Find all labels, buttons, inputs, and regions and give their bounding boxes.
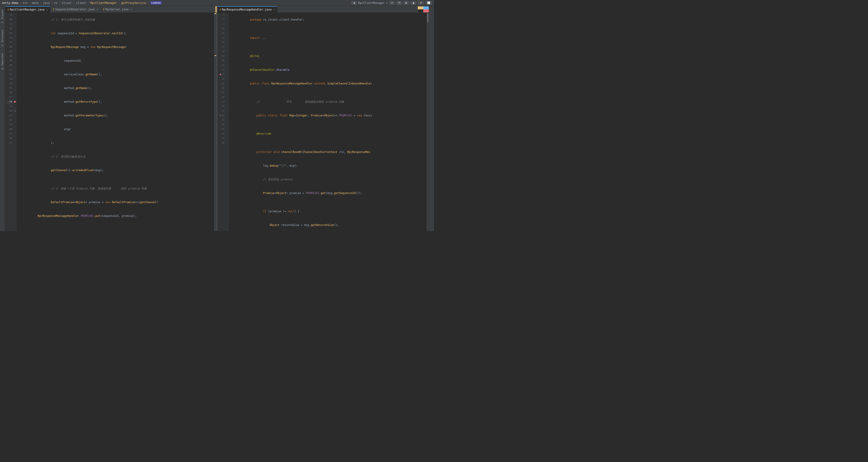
build-button[interactable]: ⚒: [396, 1, 402, 5]
rcode-3: import ...: [230, 31, 425, 45]
tab-java-icon3: J: [103, 8, 104, 11]
left-editor-pane: 39 40 41 42 43 44 45 46 47 48 49 50 51 5…: [5, 13, 217, 231]
sidebar-favorites-label[interactable]: 2: Favorites: [1, 53, 4, 70]
rcode-26: Promise<Object> promise = PROMISES.get(m…: [230, 186, 425, 200]
code-line-39: // 1. 将方法调用转换为 消息对象: [18, 13, 213, 27]
tab-label3: RpcServer.java: [105, 8, 128, 11]
tab-close-rpcclientmanager[interactable]: ×: [46, 8, 48, 11]
code-line-46: method.getParameterTypes(),: [18, 109, 213, 122]
gutter-warning-2: [215, 55, 216, 56]
rcode-27: [230, 200, 425, 204]
right-tab-bar: J RpcResponseMessageHandler.java ×: [217, 6, 429, 12]
right-scroll-thumb[interactable]: [427, 13, 429, 22]
rcode-25: // 拿到空的 promise: [230, 172, 425, 186]
sidebar-structure-label[interactable]: 2: Structure: [1, 30, 4, 46]
tab-rpcclientmanager[interactable]: J RpcClientManager.java ×: [5, 6, 50, 12]
code-line-49: // 2. 将消息对象发送出去: [18, 150, 213, 163]
layout-button[interactable]: ⬜: [425, 1, 432, 5]
rcode-17: [230, 90, 425, 95]
sidebar-project-label[interactable]: 1: Project: [1, 9, 4, 23]
editors-container: J RpcClientManager.java × J SequenceIdGe…: [5, 6, 429, 231]
code-line-54: RpcResponseMessageHandler.PROMISES.put(s…: [18, 209, 213, 223]
rcode-21: @Override: [230, 127, 425, 141]
settings-button[interactable]: ⚙: [418, 1, 424, 5]
code-line-45: method.getReturnType(),: [18, 95, 213, 109]
run-button[interactable]: ▶: [404, 1, 409, 5]
gutter-circle: [14, 110, 16, 111]
left-pane-gutter-bar: [214, 13, 217, 231]
right-scrollbar[interactable]: [427, 13, 429, 231]
swatch-red: [423, 9, 429, 12]
breadcrumb-java[interactable]: java: [43, 1, 50, 5]
code-line-53: DefaultPromise<Object> promise = new Def…: [18, 195, 213, 209]
right-editor-pane: 1 2 3 13 14 15 16 17 18 19 20 21 22 23: [217, 13, 429, 231]
breadcrumb-client[interactable]: client: [76, 1, 86, 5]
code-line-52: // 3. 准备一个空 Promise 对象，来接收结果 指定 promise …: [18, 182, 213, 195]
tab-rpcresponsemessagehandler[interactable]: J RpcResponseMessageHandler.java ×: [217, 6, 277, 12]
right-gutter: [225, 13, 229, 231]
rcode-20: [230, 122, 425, 127]
breadcrumb-method[interactable]: getProxyService: [121, 1, 146, 5]
code-line-43: serviceClass.getName(),: [18, 68, 213, 81]
breadcrumb-src[interactable]: src: [23, 1, 28, 5]
breadcrumb-class[interactable]: RpcClientManager: [90, 1, 117, 5]
code-line-56: // 4. 等待 promise 结果: [18, 227, 213, 231]
tab-java-icon4: J: [219, 8, 221, 11]
tab-close-rpcserver[interactable]: ×: [130, 8, 132, 11]
tab-close-sequenceid[interactable]: ×: [97, 8, 98, 11]
tab-rpcserver[interactable]: J RpcServer.java ×: [100, 6, 134, 12]
right-breakpoint: [220, 74, 221, 75]
swatch-dark: [418, 9, 423, 12]
rcode-23: protected void channelRead0(ChannelHandl…: [230, 145, 425, 159]
rcode-13: [230, 45, 425, 49]
tab-close-rpcresponse[interactable]: ×: [273, 8, 275, 11]
breadcrumb-main[interactable]: main: [32, 1, 39, 5]
back-button[interactable]: ◀: [351, 1, 357, 5]
code-line-51: [18, 177, 213, 182]
swatch-yellow: [418, 6, 423, 9]
gutter-warning-1: [215, 13, 216, 14]
rcode-24: log.debug("{}", msg);: [230, 159, 425, 172]
right-code-content[interactable]: package cn.itcast.client.handler; import…: [229, 13, 427, 231]
breadcrumb-itcast[interactable]: itcast: [62, 1, 71, 5]
rcode-29: Object returnValue = msg.getReturnValue(…: [230, 218, 425, 231]
rcode-19: public static final Map<Integer, Promise…: [230, 109, 425, 122]
right-sidebar: [429, 6, 434, 231]
rcode-2: [230, 27, 425, 31]
tab-label4: RpcResponseMessageHandler.java: [222, 8, 272, 11]
rcode-18: // 序号 用来接收结果的 promise 对象: [230, 95, 425, 109]
rcode-28: if (promise != null) {: [230, 204, 425, 218]
breadcrumb-lambda[interactable]: Lambda: [150, 1, 162, 5]
code-line-55: [18, 223, 213, 227]
rcode-14: @Slf4j: [230, 49, 425, 63]
tab-java-icon2: J: [53, 8, 54, 11]
left-sidebar: 1: Project 2: Structure 2: Favorites: [0, 6, 5, 231]
breakpoint-marker[interactable]: [14, 101, 16, 103]
code-line-44: method.getName(),: [18, 81, 213, 95]
title-bar: netty-demo › src › main › java › cn › it…: [0, 0, 434, 6]
code-line-41: RpcRequestMessage msg = new RpcRequestMe…: [18, 40, 213, 54]
right-gutter-circle: [220, 115, 221, 116]
split-editors: 39 40 41 42 43 44 45 46 47 48 49 50 51 5…: [5, 13, 429, 231]
warning-stripe: [215, 6, 217, 12]
code-line-47: args: [18, 122, 213, 136]
rcode-1: package cn.itcast.client.handler;: [230, 13, 425, 27]
breadcrumb-cn[interactable]: cn: [54, 1, 57, 5]
code-line-48: );: [18, 136, 213, 150]
rcode-22: [230, 141, 425, 145]
left-code-content[interactable]: // 1. 将方法调用转换为 消息对象 int sequenceId = Seq…: [17, 13, 214, 231]
tab-label2: SequenceIdGenerator.java: [55, 8, 95, 11]
tab-bars-row: J RpcClientManager.java × J SequenceIdGe…: [5, 6, 429, 13]
tab-sequenceidgenerator[interactable]: J SequenceIdGenerator.java ×: [50, 6, 100, 12]
main-container: 1: Project 2: Structure 2: Favorites J R…: [0, 6, 434, 231]
project-name[interactable]: netty-demo: [2, 1, 18, 5]
left-line-numbers: 39 40 41 42 43 44 45 46 47 48 49 50 51 5…: [5, 13, 13, 231]
left-tab-bar: J RpcClientManager.java × J SequenceIdGe…: [5, 6, 217, 12]
class-selector[interactable]: RpcClientManager ▾: [358, 1, 388, 5]
title-bar-right: ◀ RpcClientManager ▾ ⟳ ⚒ ▶ ⏹ ⚙ ⬜: [351, 1, 432, 5]
code-line-50: getChannel().writeAndFlush(msg);: [18, 163, 213, 177]
tab-label: RpcClientManager.java: [10, 8, 44, 11]
stop-button[interactable]: ⏹: [410, 1, 416, 5]
refresh-button[interactable]: ⟳: [389, 1, 395, 5]
code-line-40: int sequenceId = SequenceIdGenerator.nex…: [18, 27, 213, 40]
